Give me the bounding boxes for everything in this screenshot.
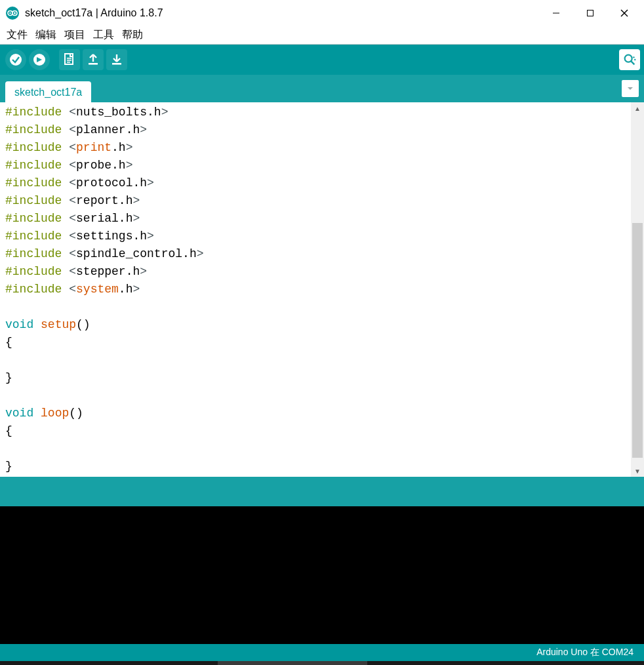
menu-help[interactable]: 帮助 bbox=[118, 27, 147, 43]
save-sketch-button[interactable] bbox=[106, 49, 127, 70]
serial-monitor-button[interactable] bbox=[619, 49, 640, 70]
svg-rect-5 bbox=[588, 10, 594, 16]
footer-bar: Arduino Uno 在 COM24 bbox=[0, 644, 644, 661]
tab-menu-button[interactable] bbox=[622, 80, 639, 97]
window-title: sketch_oct17a | Arduino 1.8.7 bbox=[25, 7, 539, 19]
compile-status-bar bbox=[0, 477, 644, 506]
svg-rect-14 bbox=[67, 62, 70, 63]
window-titlebar: sketch_oct17a | Arduino 1.8.7 bbox=[0, 0, 644, 26]
close-button[interactable] bbox=[607, 0, 641, 26]
svg-point-21 bbox=[633, 56, 634, 58]
menu-tools[interactable]: 工具 bbox=[89, 27, 118, 43]
maximize-button[interactable] bbox=[573, 0, 607, 26]
board-port-label: Arduino Uno 在 COM24 bbox=[536, 647, 634, 658]
minimize-button[interactable] bbox=[539, 0, 573, 26]
output-console[interactable] bbox=[0, 506, 644, 644]
code-editor[interactable]: #include <nuts_bolts.h> #include <planne… bbox=[0, 102, 631, 477]
menu-edit[interactable]: 编辑 bbox=[31, 27, 60, 43]
svg-rect-16 bbox=[89, 63, 98, 65]
menu-sketch[interactable]: 项目 bbox=[60, 27, 89, 43]
scroll-down-icon[interactable]: ▼ bbox=[631, 465, 644, 477]
svg-rect-12 bbox=[67, 58, 71, 59]
scroll-up-icon[interactable]: ▲ bbox=[631, 102, 644, 114]
editor-scrollbar[interactable]: ▲ ▼ bbox=[631, 102, 644, 477]
svg-point-22 bbox=[634, 59, 635, 60]
svg-rect-13 bbox=[67, 60, 71, 61]
toolbar bbox=[0, 45, 644, 75]
verify-button[interactable] bbox=[5, 49, 26, 70]
editor-area: #include <nuts_bolts.h> #include <planne… bbox=[0, 102, 644, 477]
new-sketch-button[interactable] bbox=[59, 49, 80, 70]
svg-line-20 bbox=[631, 61, 635, 65]
taskbar-sliver bbox=[0, 661, 644, 665]
open-sketch-button[interactable] bbox=[83, 49, 104, 70]
svg-point-8 bbox=[10, 54, 22, 66]
menu-file[interactable]: 文件 bbox=[3, 27, 31, 43]
tab-sketch[interactable]: sketch_oct17a bbox=[5, 81, 91, 102]
scroll-thumb[interactable] bbox=[632, 223, 643, 458]
upload-button[interactable] bbox=[29, 49, 50, 70]
tab-bar: sketch_oct17a bbox=[0, 75, 644, 102]
svg-rect-18 bbox=[112, 63, 121, 65]
arduino-icon bbox=[5, 6, 20, 20]
menu-bar: 文件 编辑 项目 工具 帮助 bbox=[0, 26, 644, 45]
